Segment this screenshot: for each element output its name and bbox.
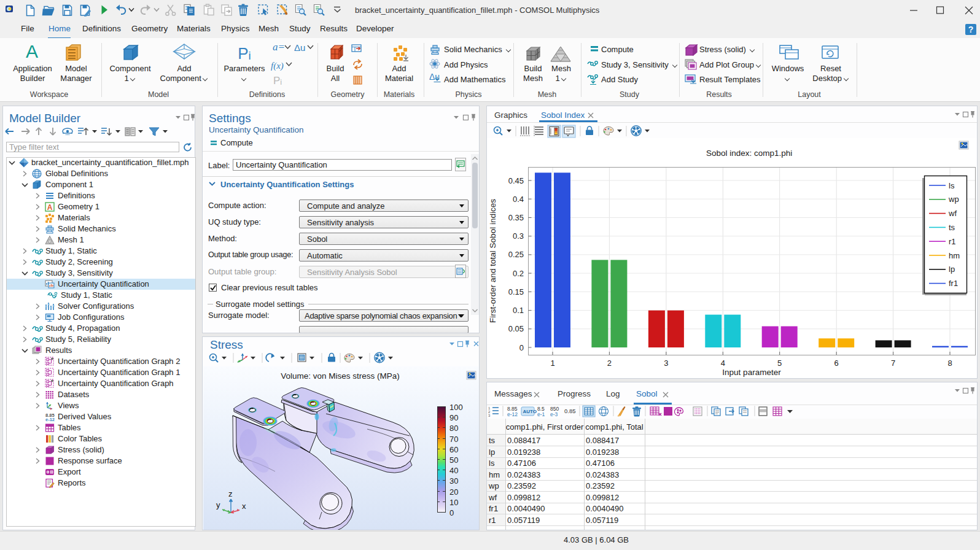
svg-text:0.15: 0.15 xyxy=(508,287,524,296)
svg-text:z: z xyxy=(228,489,233,498)
svg-text:y: y xyxy=(216,500,220,509)
svg-text:1: 1 xyxy=(550,358,554,368)
svg-text:hm: hm xyxy=(949,251,960,260)
svg-text:0.4: 0.4 xyxy=(513,195,524,204)
svg-text:Input parameter: Input parameter xyxy=(722,368,781,377)
svg-text:2: 2 xyxy=(607,358,612,368)
svg-text:Pi: Pi xyxy=(238,44,251,63)
svg-text:5: 5 xyxy=(777,358,782,368)
svg-text:3: 3 xyxy=(664,358,668,368)
svg-text:r1: r1 xyxy=(949,237,956,246)
svg-text:e-3: e-3 xyxy=(550,411,558,417)
svg-text:4: 4 xyxy=(721,358,725,368)
svg-text:0.3: 0.3 xyxy=(513,231,524,241)
svg-text:x: x xyxy=(242,502,246,511)
svg-text:A: A xyxy=(47,203,53,212)
svg-text:0.2: 0.2 xyxy=(513,269,524,278)
svg-text:8: 8 xyxy=(947,358,952,368)
svg-text:0.85: 0.85 xyxy=(564,408,576,414)
svg-text:lp: lp xyxy=(949,265,955,274)
svg-text:A: A xyxy=(26,41,38,61)
svg-text:6: 6 xyxy=(834,358,839,368)
svg-text:Δu: Δu xyxy=(429,72,440,82)
svg-text:0.25: 0.25 xyxy=(508,250,524,259)
svg-text:ts: ts xyxy=(949,223,955,232)
svg-text:First-order and total Sobol in: First-order and total Sobol indices xyxy=(488,199,497,323)
svg-text:a=: a= xyxy=(273,41,285,53)
svg-text:fr1: fr1 xyxy=(949,279,958,288)
svg-text:0.45: 0.45 xyxy=(508,176,524,185)
svg-text:e-12: e-12 xyxy=(45,417,55,422)
svg-text:e-12: e-12 xyxy=(507,411,518,417)
svg-text:7: 7 xyxy=(891,358,895,368)
svg-text:0.05: 0.05 xyxy=(508,324,524,333)
svg-text:Pi: Pi xyxy=(273,75,282,87)
svg-text:0.1: 0.1 xyxy=(513,306,524,315)
svg-text:f(x): f(x) xyxy=(271,61,284,71)
svg-text:Δu: Δu xyxy=(294,42,305,53)
svg-text:3: 3 xyxy=(488,414,491,417)
svg-text:0: 0 xyxy=(519,343,524,352)
svg-text:0.35: 0.35 xyxy=(508,213,524,222)
svg-text:Sobol index: comp1.phi: Sobol index: comp1.phi xyxy=(706,149,792,158)
svg-text:ls: ls xyxy=(949,181,955,190)
svg-text:AUTO: AUTO xyxy=(523,409,537,414)
svg-text:wf: wf xyxy=(948,209,957,218)
svg-text:e-1: e-1 xyxy=(537,411,545,417)
svg-text:wp: wp xyxy=(948,195,959,204)
